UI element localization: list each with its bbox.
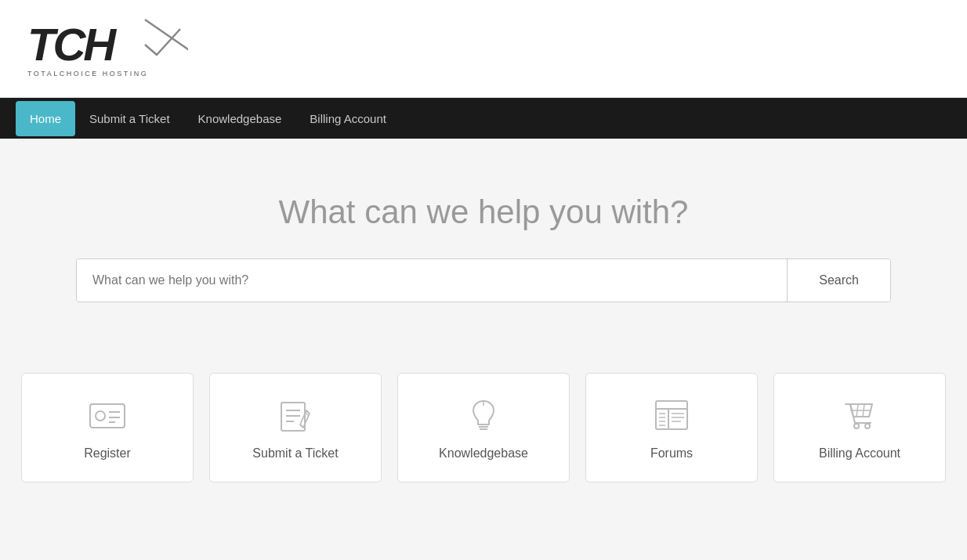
search-input[interactable] bbox=[77, 259, 787, 302]
card-knowledgebase[interactable]: Knowledgebase bbox=[397, 373, 570, 482]
svg-point-4 bbox=[96, 411, 105, 421]
logo: TCH TOTALCHOICE HOSTING bbox=[24, 12, 188, 85]
card-register-label: Register bbox=[84, 446, 131, 461]
svg-text:TOTALCHOICE HOSTING: TOTALCHOICE HOSTING bbox=[27, 70, 148, 78]
hero-section: What can we help you with? Search bbox=[0, 139, 967, 341]
search-bar: Search bbox=[76, 258, 891, 302]
ticket-icon bbox=[275, 395, 316, 435]
card-forums[interactable]: Forums bbox=[585, 373, 758, 482]
nav-item-billing-account[interactable]: Billing Account bbox=[295, 101, 400, 136]
register-icon bbox=[87, 395, 128, 435]
card-submit-ticket-label: Submit a Ticket bbox=[252, 446, 338, 461]
nav-item-knowledgebase[interactable]: Knowledgebase bbox=[184, 101, 296, 136]
search-button[interactable]: Search bbox=[787, 259, 890, 302]
header: TCH TOTALCHOICE HOSTING bbox=[0, 0, 967, 98]
nav-item-home[interactable]: Home bbox=[16, 101, 75, 136]
svg-text:TCH: TCH bbox=[27, 19, 117, 70]
cards-section: Register Submit a Ticket Knowledgebase bbox=[5, 373, 962, 482]
card-billing-account[interactable]: Billing Account bbox=[773, 373, 946, 482]
card-billing-account-label: Billing Account bbox=[819, 446, 900, 461]
billing-icon bbox=[839, 395, 880, 435]
forums-icon bbox=[651, 395, 692, 435]
svg-point-29 bbox=[854, 424, 859, 428]
svg-point-30 bbox=[865, 424, 870, 428]
card-knowledgebase-label: Knowledgebase bbox=[439, 446, 528, 461]
card-forums-label: Forums bbox=[650, 446, 693, 461]
card-submit-ticket[interactable]: Submit a Ticket bbox=[209, 373, 382, 482]
card-register[interactable]: Register bbox=[21, 373, 194, 482]
knowledge-icon bbox=[463, 395, 504, 435]
nav-item-submit-ticket[interactable]: Submit a Ticket bbox=[75, 101, 184, 136]
hero-heading: What can we help you with? bbox=[16, 193, 951, 231]
navbar: Home Submit a Ticket Knowledgebase Billi… bbox=[0, 98, 967, 139]
logo-svg: TCH TOTALCHOICE HOSTING bbox=[24, 12, 188, 82]
